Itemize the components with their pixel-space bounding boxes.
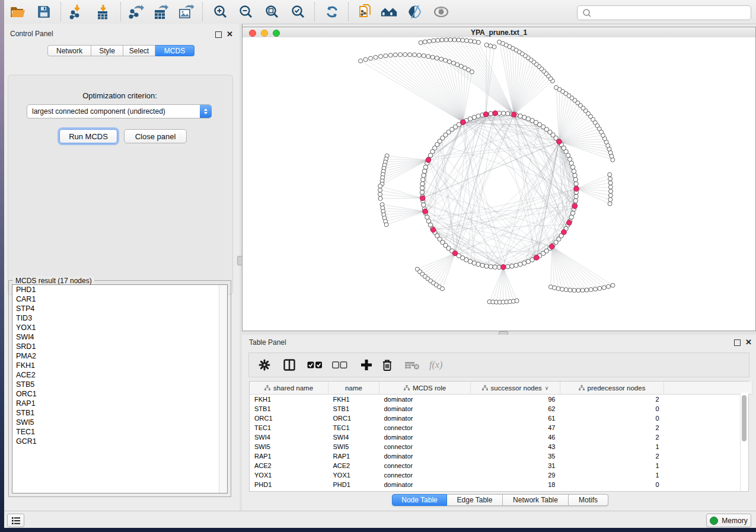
- zoom-out-icon[interactable]: [237, 3, 255, 21]
- zoom-fit-icon[interactable]: [263, 3, 281, 21]
- network-leaf-node[interactable]: [568, 288, 572, 292]
- network-leaf-node[interactable]: [461, 38, 465, 42]
- cell-shared-name[interactable]: TEC1: [250, 423, 328, 432]
- network-leaf-node[interactable]: [428, 39, 432, 43]
- network-leaf-node[interactable]: [476, 40, 480, 44]
- search-input[interactable]: [596, 8, 751, 18]
- export-image-icon[interactable]: [177, 3, 195, 21]
- cell-successor-nodes[interactable]: 31: [471, 461, 560, 470]
- network-hub-node[interactable]: [426, 158, 431, 163]
- network-leaf-node[interactable]: [572, 289, 576, 293]
- network-leaf-node[interactable]: [608, 193, 613, 197]
- network-hub-node[interactable]: [562, 230, 567, 235]
- network-leaf-node[interactable]: [378, 55, 382, 59]
- network-leaf-node[interactable]: [589, 287, 593, 291]
- network-hub-node[interactable]: [483, 112, 489, 117]
- cell-MCDS-role[interactable]: dominator: [379, 480, 471, 489]
- network-hub-node[interactable]: [493, 111, 498, 116]
- network-leaf-node[interactable]: [611, 283, 615, 287]
- network-leaf-node[interactable]: [448, 60, 452, 64]
- cell-successor-nodes[interactable]: 47: [471, 423, 560, 432]
- network-leaf-node[interactable]: [444, 58, 448, 62]
- cell-shared-name[interactable]: PHD1: [250, 480, 328, 489]
- table-row[interactable]: SWI5SWI5connector431: [250, 442, 752, 451]
- cell-shared-name[interactable]: FKH1: [250, 395, 328, 405]
- column-header-shared-name[interactable]: shared name: [250, 382, 328, 395]
- network-hub-node[interactable]: [461, 120, 466, 125]
- network-leaf-node[interactable]: [497, 40, 502, 44]
- network-node[interactable]: [518, 114, 522, 118]
- cell-shared-name[interactable]: RAP1: [250, 451, 328, 461]
- settings-gear-icon[interactable]: [259, 359, 270, 371]
- network-leaf-node[interactable]: [384, 223, 388, 227]
- cell-shared-name[interactable]: ORC1: [250, 414, 328, 423]
- network-leaf-node[interactable]: [417, 53, 421, 57]
- delete-column-icon[interactable]: [382, 359, 393, 371]
- vizmapper-toggle-icon[interactable]: [406, 3, 424, 21]
- network-node[interactable]: [570, 165, 575, 169]
- cell-MCDS-role[interactable]: connector: [379, 423, 471, 432]
- cell-name[interactable]: STB1: [328, 404, 379, 414]
- cell-predecessor-nodes[interactable]: 2: [560, 423, 664, 432]
- refresh-layout-icon[interactable]: [323, 3, 341, 21]
- cell-MCDS-role[interactable]: dominator: [379, 395, 471, 405]
- network-leaf-node[interactable]: [607, 284, 611, 289]
- network-node[interactable]: [476, 262, 480, 266]
- network-leaf-node[interactable]: [439, 57, 444, 61]
- mcds-result-item[interactable]: ACE2: [12, 370, 227, 380]
- network-leaf-node[interactable]: [413, 53, 417, 57]
- network-node[interactable]: [493, 265, 497, 269]
- cell-MCDS-role[interactable]: dominator: [379, 451, 471, 461]
- cell-name[interactable]: ORC1: [328, 414, 379, 423]
- mcds-result-item[interactable]: PMA2: [12, 351, 227, 361]
- cell-name[interactable]: ACE2: [328, 461, 379, 470]
- network-leaf-node[interactable]: [384, 54, 388, 58]
- cell-successor-nodes[interactable]: 61: [471, 414, 560, 423]
- column-header-successor-nodes[interactable]: successor nodes∨: [471, 382, 560, 395]
- network-leaf-node[interactable]: [608, 172, 612, 177]
- cell-successor-nodes[interactable]: 46: [471, 432, 560, 442]
- float-table-panel-icon[interactable]: [734, 339, 741, 346]
- network-leaf-node[interactable]: [419, 41, 423, 45]
- network-leaf-node[interactable]: [369, 56, 373, 60]
- network-node[interactable]: [522, 115, 527, 119]
- scrollbar-thumb[interactable]: [742, 395, 747, 441]
- network-node[interactable]: [480, 263, 484, 267]
- cell-name[interactable]: FKH1: [328, 395, 379, 405]
- network-node[interactable]: [422, 173, 426, 177]
- network-node[interactable]: [518, 262, 522, 266]
- zoom-in-icon[interactable]: [212, 3, 229, 21]
- network-leaf-node[interactable]: [556, 287, 560, 291]
- network-hub-node[interactable]: [534, 255, 540, 260]
- network-hub-node[interactable]: [574, 186, 579, 191]
- mcds-result-item[interactable]: SRD1: [12, 342, 227, 351]
- network-leaf-node[interactable]: [426, 55, 430, 59]
- cell-name[interactable]: TEC1: [328, 423, 379, 432]
- network-leaf-node[interactable]: [423, 40, 427, 44]
- cell-shared-name[interactable]: ACE2: [250, 461, 328, 470]
- network-node[interactable]: [573, 173, 577, 177]
- zoom-selected-icon[interactable]: [289, 3, 307, 21]
- network-leaf-node[interactable]: [585, 288, 589, 292]
- network-leaf-node[interactable]: [608, 201, 612, 206]
- network-node[interactable]: [420, 186, 424, 190]
- table-scrollbar[interactable]: [740, 393, 748, 491]
- network-hub-node[interactable]: [572, 204, 578, 209]
- network-node[interactable]: [573, 177, 578, 181]
- mcds-result-item[interactable]: CAR1: [12, 294, 227, 304]
- network-leaf-node[interactable]: [457, 38, 461, 42]
- cell-successor-nodes[interactable]: 96: [471, 395, 560, 405]
- network-node[interactable]: [489, 265, 493, 269]
- import-table-icon[interactable]: [94, 3, 112, 21]
- network-leaf-node[interactable]: [468, 39, 473, 43]
- deselect-all-checkboxes-icon[interactable]: [332, 361, 347, 369]
- network-leaf-node[interactable]: [608, 181, 613, 185]
- network-node[interactable]: [574, 182, 578, 186]
- tab-mcds[interactable]: MCDS: [155, 45, 194, 56]
- table-row[interactable]: STB1STB1dominator620: [250, 404, 752, 414]
- cell-MCDS-role[interactable]: dominator: [379, 432, 471, 442]
- close-panel-icon[interactable]: ✕: [227, 31, 233, 37]
- cell-MCDS-role[interactable]: connector: [379, 442, 471, 451]
- network-leaf-node[interactable]: [422, 54, 426, 58]
- network-leaf-node[interactable]: [408, 53, 412, 57]
